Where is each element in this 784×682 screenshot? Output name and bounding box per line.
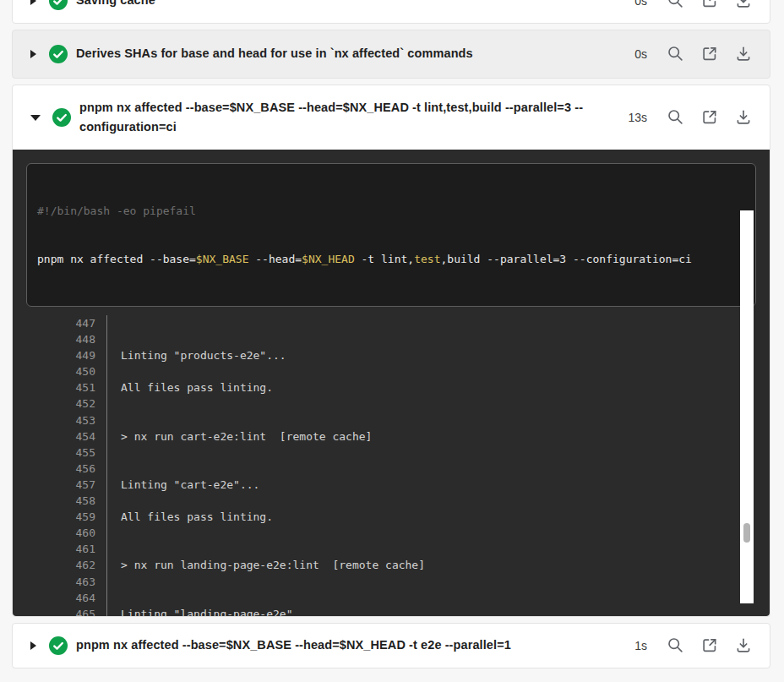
terminal-scrollbar-thumb[interactable]: [743, 523, 750, 543]
success-check-icon: [49, 0, 68, 10]
search-icon[interactable]: [667, 0, 685, 10]
log-line-text: [106, 493, 770, 509]
open-in-new-icon[interactable]: [700, 0, 719, 10]
command-highlight-token: test: [414, 253, 440, 265]
chevron-down-icon[interactable]: [30, 115, 41, 121]
log-line: 447: [13, 315, 770, 331]
open-in-new-icon[interactable]: [700, 636, 719, 655]
log-line-number: 451: [13, 379, 95, 396]
log-line-text: [106, 363, 770, 379]
step-header-saving-cache[interactable]: Saving cache 0s: [13, 0, 770, 23]
open-in-new-icon[interactable]: [700, 108, 719, 127]
log-line-text: Linting "products-e2e"...: [106, 347, 770, 363]
log-line: 461: [13, 541, 770, 557]
log-line-number: 454: [13, 428, 95, 445]
command-text: ,build --parallel=3 --configuration=ci: [440, 253, 691, 265]
log-line-text: Linting "cart-e2e"...: [106, 477, 770, 493]
step-title: pnpm nx affected --base=$NX_BASE --head=…: [79, 98, 624, 137]
success-check-icon: [49, 45, 68, 63]
log-line-number: 453: [13, 412, 95, 428]
log-line: 450: [13, 363, 770, 379]
step-header-nx-affected-e2e[interactable]: pnpm nx affected --base=$NX_BASE --head=…: [13, 624, 770, 668]
log-lines: 447448449Linting "products-e2e"...450451…: [13, 315, 770, 616]
log-line: 452: [13, 396, 770, 412]
terminal-output-panel: #!/bin/bash -eo pipefail pnpm nx affecte…: [13, 150, 770, 616]
step-card-saving-cache: Saving cache 0s: [12, 0, 770, 24]
command-text: pnpm nx affected --base=: [37, 253, 196, 265]
step-duration: 13s: [628, 111, 647, 124]
log-line: 448: [13, 331, 770, 347]
search-icon[interactable]: [667, 108, 685, 127]
log-line: 453: [13, 412, 770, 428]
download-icon[interactable]: [734, 0, 753, 10]
log-line-number: 459: [13, 509, 95, 525]
log-line: 460: [13, 525, 770, 541]
log-line-number: 460: [13, 525, 95, 541]
step-card-nx-affected-lint-test-build: pnpm nx affected --base=$NX_BASE --head=…: [12, 85, 770, 617]
log-line-number: 458: [13, 493, 95, 509]
download-icon[interactable]: [734, 45, 753, 63]
search-icon[interactable]: [667, 636, 685, 655]
step-title: pnpm nx affected --base=$NX_BASE --head=…: [76, 636, 511, 655]
chevron-right-icon[interactable]: [30, 50, 36, 58]
step-list: Saving cache 0s Derives SHAs for base an…: [12, 0, 770, 668]
success-check-icon: [49, 636, 68, 655]
log-line-number: 450: [13, 363, 95, 379]
log-line-number: 452: [13, 396, 95, 412]
command-text: -t lint,: [355, 253, 414, 265]
command-box: #!/bin/bash -eo pipefail pnpm nx affecte…: [26, 163, 756, 307]
step-actions: 0s: [634, 45, 753, 63]
step-title: Saving cache: [76, 0, 155, 10]
log-line: 465Linting "landing-page-e2e"...: [13, 606, 770, 616]
log-line-text: [106, 590, 770, 606]
command-highlight-token: $NX_HEAD: [302, 253, 355, 265]
search-icon[interactable]: [667, 45, 685, 63]
log-line-text: All files pass linting.: [106, 509, 770, 525]
log-line: 449Linting "products-e2e"...: [13, 347, 770, 363]
terminal-scrollbar-track[interactable]: [740, 210, 754, 603]
log-line-text: > nx run cart-e2e:lint [remote cache]: [106, 428, 770, 445]
log-line-number: 449: [13, 347, 95, 363]
step-card-derive-shas: Derives SHAs for base and head for use i…: [12, 30, 770, 79]
log-line-number: 462: [13, 557, 95, 573]
open-in-new-icon[interactable]: [700, 45, 719, 63]
log-line-text: [106, 574, 770, 590]
success-check-icon: [52, 108, 71, 127]
download-icon[interactable]: [734, 108, 753, 127]
log-line: 463: [13, 574, 770, 590]
log-line-text: [106, 331, 770, 347]
log-line: 451All files pass linting.: [13, 379, 770, 396]
log-line-text: [106, 541, 770, 557]
log-line-number: 464: [13, 590, 95, 606]
shebang-line: #!/bin/bash -eo pipefail: [37, 203, 745, 219]
step-title: Derives SHAs for base and head for use i…: [76, 44, 473, 63]
log-line-number: 447: [13, 315, 95, 331]
log-line-number: 448: [13, 331, 95, 347]
step-actions: 1s: [634, 636, 753, 655]
log-line-number: 456: [13, 461, 95, 477]
step-actions: 0s: [634, 0, 753, 10]
chevron-right-icon[interactable]: [30, 0, 36, 5]
log-line-number: 465: [13, 606, 95, 616]
log-line: 455: [13, 445, 770, 461]
step-header-nx-affected[interactable]: pnpm nx affected --base=$NX_BASE --head=…: [13, 85, 770, 150]
log-line-text: > nx run landing-page-e2e:lint [remote c…: [106, 557, 770, 573]
log-line-text: [106, 315, 770, 331]
log-line-text: Linting "landing-page-e2e"...: [106, 606, 770, 616]
log-line: 458: [13, 493, 770, 509]
log-line-text: All files pass linting.: [106, 379, 770, 396]
step-duration: 0s: [634, 0, 647, 8]
step-header-derive-shas[interactable]: Derives SHAs for base and head for use i…: [13, 30, 770, 78]
command-line: pnpm nx affected --base=$NX_BASE --head=…: [37, 251, 745, 267]
command-text: --head=: [248, 253, 302, 265]
log-line: 462> nx run landing-page-e2e:lint [remot…: [13, 557, 770, 573]
step-duration: 1s: [634, 639, 647, 652]
download-icon[interactable]: [734, 636, 753, 655]
log-line-number: 455: [13, 445, 95, 461]
log-line: 456: [13, 461, 770, 477]
log-line-number: 463: [13, 574, 95, 590]
chevron-right-icon[interactable]: [30, 641, 36, 650]
step-card-nx-affected-e2e: pnpm nx affected --base=$NX_BASE --head=…: [12, 623, 770, 668]
log-line: 464: [13, 590, 770, 606]
log-line-text: [106, 525, 770, 541]
